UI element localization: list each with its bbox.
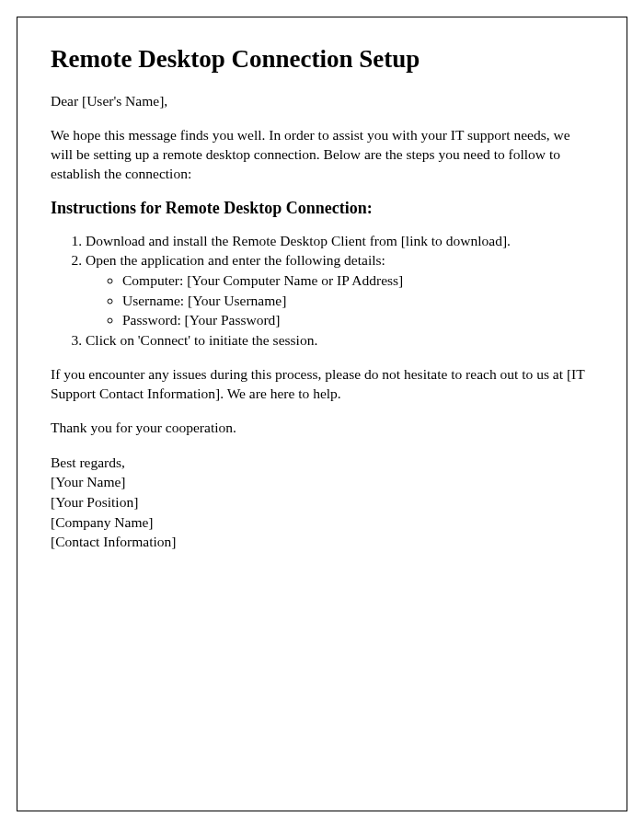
signature-position: [Your Position] [51, 492, 593, 512]
instructions-heading: Instructions for Remote Desktop Connecti… [51, 199, 593, 218]
credentials-list: Computer: [Your Computer Name or IP Addr… [122, 270, 593, 330]
intro-paragraph: We hope this message finds you well. In … [51, 126, 593, 184]
step-2: Open the application and enter the follo… [86, 250, 593, 330]
thanks-paragraph: Thank you for your cooperation. [51, 419, 593, 438]
detail-computer: Computer: [Your Computer Name or IP Addr… [122, 270, 593, 291]
detail-password: Password: [Your Password] [122, 310, 593, 330]
page-title: Remote Desktop Connection Setup [51, 45, 593, 74]
signature-company: [Company Name] [51, 512, 593, 533]
signature-closing: Best regards, [51, 453, 593, 473]
step-1: Download and install the Remote Desktop … [86, 231, 593, 251]
support-paragraph: If you encounter any issues during this … [51, 365, 593, 404]
signature-name: [Your Name] [51, 472, 593, 492]
detail-username: Username: [Your Username] [122, 291, 593, 311]
instructions-list: Download and install the Remote Desktop … [86, 231, 593, 351]
step-2-text: Open the application and enter the follo… [86, 252, 385, 268]
signature-contact: [Contact Information] [51, 532, 593, 552]
greeting: Dear [User's Name], [51, 92, 593, 111]
step-3: Click on 'Connect' to initiate the sessi… [86, 330, 593, 351]
signature-block: Best regards, [Your Name] [Your Position… [51, 453, 593, 552]
document-page: Remote Desktop Connection Setup Dear [Us… [17, 17, 627, 811]
